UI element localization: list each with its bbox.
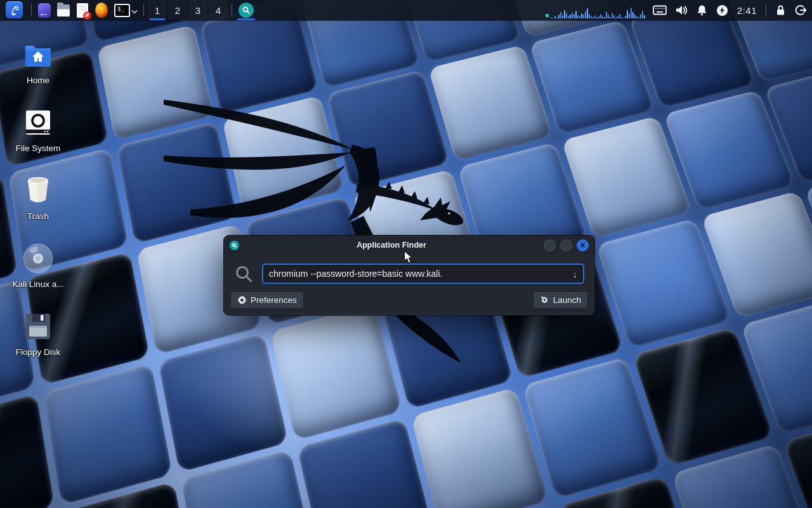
- cd-disc-icon: [22, 242, 54, 275]
- launcher-firefox[interactable]: [92, 0, 111, 20]
- cpu-bar: [564, 10, 565, 18]
- cpu-bar: [562, 15, 563, 18]
- cpu-bar: [621, 17, 622, 18]
- desktop-icon-trash[interactable]: Trash: [8, 169, 69, 237]
- cpu-bar: [566, 13, 567, 18]
- workspace-3-button[interactable]: 3: [188, 0, 207, 20]
- workspace-1-button[interactable]: 1: [148, 0, 167, 20]
- cpu-bar: [558, 15, 560, 18]
- cpu-bar: [627, 10, 628, 18]
- cpu-bar: [587, 8, 588, 18]
- launch-label: Launch: [553, 295, 581, 305]
- cpu-bar: [623, 18, 624, 18]
- launcher-file-manager[interactable]: [54, 0, 73, 20]
- cpu-bar: [604, 17, 605, 18]
- preferences-button[interactable]: Preferences: [230, 291, 304, 309]
- cpu-bar: [556, 17, 558, 18]
- launch-button[interactable]: Launch: [533, 291, 588, 309]
- kali-desktop: Home File System: [0, 0, 812, 508]
- home-folder-icon: [23, 38, 53, 71]
- cpu-bar: [642, 11, 643, 18]
- file-manager-icon: [57, 4, 70, 17]
- notifications-bell-icon[interactable]: [697, 4, 707, 16]
- cpu-bar: [632, 12, 634, 18]
- keyboard-icon[interactable]: [653, 5, 667, 15]
- cpu-bar: [554, 16, 556, 18]
- cpu-indicator: [546, 14, 549, 17]
- cpu-bar: [619, 14, 620, 18]
- launcher-text-editor[interactable]: [73, 0, 92, 20]
- command-input-wrap: ↓: [262, 264, 584, 284]
- text-editor-icon: [77, 3, 88, 18]
- cpu-graph-widget[interactable]: [551, 2, 645, 18]
- panel-separator: [766, 4, 766, 17]
- volume-icon[interactable]: [676, 4, 688, 16]
- logout-icon[interactable]: [795, 4, 807, 16]
- cpu-bar: [570, 15, 571, 18]
- cpu-bar: [585, 11, 586, 18]
- cpu-bar: [610, 17, 611, 18]
- workspace-4-button[interactable]: 4: [209, 0, 228, 20]
- cpu-bar: [583, 15, 584, 18]
- run-gear-icon: [540, 295, 549, 305]
- application-finder-panel-button[interactable]: [235, 0, 257, 20]
- launcher-terminal-dropdown[interactable]: $_: [111, 0, 140, 20]
- search-icon: [239, 3, 254, 18]
- cpu-bar: [636, 16, 638, 18]
- workspace-number: 1: [155, 5, 160, 16]
- cpu-bar: [581, 13, 582, 18]
- close-button[interactable]: ×: [577, 239, 589, 251]
- cpu-bar: [625, 16, 626, 18]
- maximize-button[interactable]: [560, 239, 572, 251]
- minimize-button[interactable]: [544, 239, 556, 251]
- applications-menu-button[interactable]: [0, 0, 28, 20]
- cpu-bar: [640, 14, 641, 18]
- floppy-disk-icon: [25, 310, 51, 343]
- desktop-icon-label: File System: [16, 144, 61, 153]
- desktop-icon-column: Home File System: [8, 33, 69, 373]
- window-title: Application Finder: [239, 241, 544, 250]
- panel-separator: [31, 4, 32, 17]
- cpu-bar: [596, 17, 598, 18]
- gear-icon: [237, 295, 247, 305]
- desktop-icon-label: Home: [27, 76, 49, 85]
- workspace-number: 3: [195, 5, 200, 16]
- command-input[interactable]: [263, 269, 570, 279]
- hard-drive-icon: [25, 106, 51, 139]
- cpu-bar: [634, 15, 636, 18]
- desktop-icon-floppy-disk[interactable]: Floppy Disk: [8, 305, 69, 373]
- history-dropdown-arrow-icon[interactable]: ↓: [570, 269, 584, 279]
- launcher-terminal[interactable]: [35, 0, 54, 20]
- cpu-bar: [608, 15, 609, 18]
- desktop-icon-kali-linux[interactable]: Kali Linux a...: [8, 237, 69, 305]
- cpu-bar: [615, 17, 617, 18]
- workspace-2-button[interactable]: 2: [168, 0, 187, 20]
- cpu-bar: [560, 12, 561, 18]
- cpu-bar: [606, 11, 607, 18]
- workspace-number: 4: [216, 5, 221, 16]
- cpu-bar: [600, 14, 601, 18]
- cpu-bar: [612, 13, 613, 18]
- preferences-label: Preferences: [251, 295, 297, 305]
- cpu-bar: [553, 18, 554, 18]
- cpu-bar: [551, 17, 552, 18]
- cpu-bar: [644, 15, 645, 18]
- desktop-icon-file-system[interactable]: File System: [8, 101, 69, 169]
- cpu-bar: [591, 16, 592, 18]
- trash-can-icon: [24, 174, 52, 207]
- cpu-bar: [575, 11, 577, 18]
- clock[interactable]: 2:41: [737, 5, 757, 16]
- window-app-icon: [230, 241, 239, 250]
- cpu-bar: [572, 13, 573, 18]
- power-manager-icon[interactable]: [716, 4, 728, 17]
- panel-separator: [232, 4, 232, 17]
- cpu-bar: [589, 14, 590, 18]
- cpu-bar: [568, 16, 569, 18]
- lock-screen-icon[interactable]: [775, 4, 786, 16]
- desktop-icon-home[interactable]: Home: [8, 33, 69, 101]
- firefox-icon: [95, 3, 108, 18]
- cpu-bar: [573, 14, 575, 18]
- search-magnifier-icon: [234, 264, 253, 283]
- cpu-bar: [594, 15, 596, 18]
- system-tray: 2:41: [650, 0, 812, 20]
